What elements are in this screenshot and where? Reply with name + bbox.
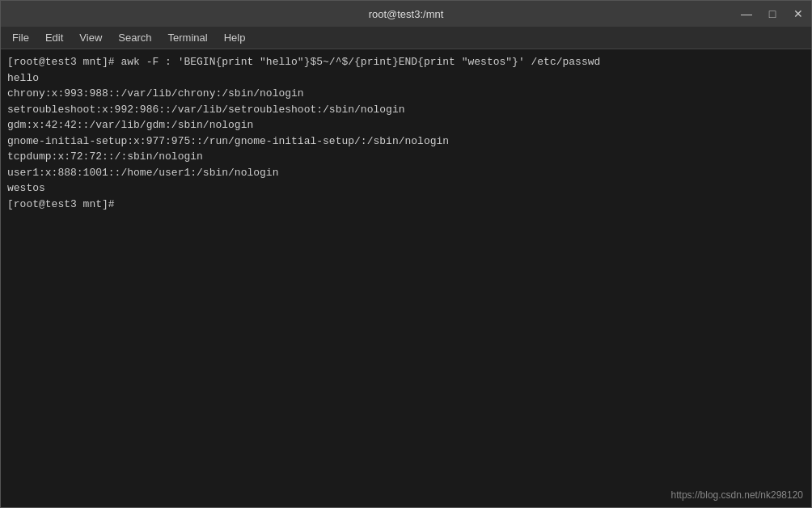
- menu-terminal[interactable]: Terminal: [160, 30, 216, 45]
- menu-search[interactable]: Search: [110, 30, 159, 45]
- title-bar: root@test3:/mnt — □ ✕: [1, 1, 811, 27]
- minimize-button[interactable]: —: [734, 1, 759, 27]
- terminal-window: root@test3:/mnt — □ ✕ File Edit View Sea…: [0, 0, 812, 508]
- watermark: https://blog.csdn.net/nk298120: [671, 489, 803, 501]
- menu-help[interactable]: Help: [216, 30, 254, 45]
- terminal-body[interactable]: [root@test3 mnt]# awk -F : 'BEGIN{print …: [1, 49, 811, 507]
- menu-view[interactable]: View: [71, 30, 110, 45]
- window-title: root@test3:/mnt: [369, 8, 444, 20]
- maximize-button[interactable]: □: [759, 1, 785, 27]
- menu-bar: File Edit View Search Terminal Help: [1, 27, 811, 49]
- menu-edit[interactable]: Edit: [37, 30, 71, 45]
- terminal-output: [root@test3 mnt]# awk -F : 'BEGIN{print …: [7, 54, 805, 212]
- window-controls: — □ ✕: [734, 1, 811, 27]
- close-button[interactable]: ✕: [785, 1, 811, 27]
- menu-file[interactable]: File: [4, 30, 37, 45]
